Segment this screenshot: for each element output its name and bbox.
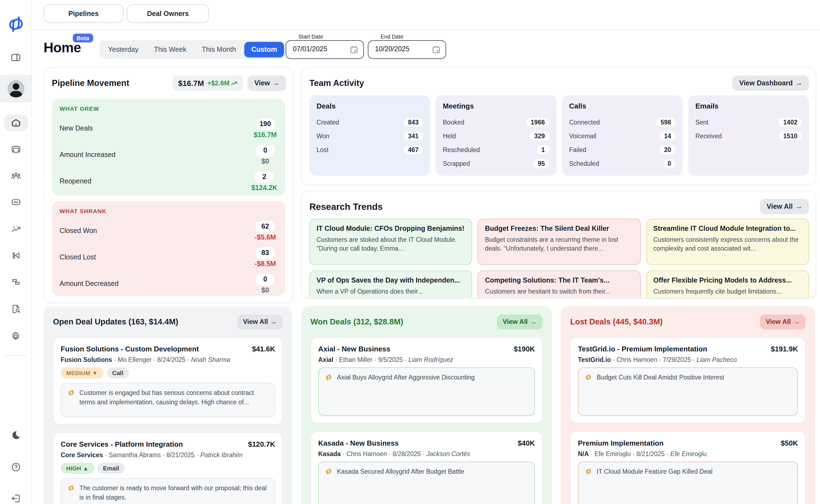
deal-card[interactable]: Core Services - Platform Integration$120… [53,432,283,504]
trend-card[interactable]: VP of Ops Saves the Day with Independen.… [309,270,472,299]
cards-icon[interactable] [0,142,31,157]
deal-owner: Liam Rodríguez [408,356,453,363]
tab-this-month[interactable]: This Month [195,42,243,57]
deal-contact: Chris Hamoen [617,356,657,363]
trend-card[interactable]: Budget Freezes: The Silent Deal KillerBu… [478,219,641,265]
pipeline-row-amount: $0 [262,157,269,165]
team-metric-value: 329 [530,131,549,140]
pipeline-row-label: Amount Increased [60,151,115,159]
logout-icon[interactable] [0,491,31,504]
deal-note: Axial Buys Alloygrid After Aggressive Di… [318,367,535,416]
deal-card-top: Axial - New Business$190K [318,345,535,353]
start-date-field[interactable]: Start Date 07/01/2025 [286,40,364,59]
team-metric-label: Connected [569,119,600,125]
research-view-all-button[interactable]: View All→ [760,199,809,214]
deal-column-view-all-button[interactable]: View All→ [237,314,283,329]
deal-column-view-all-button[interactable]: View All→ [760,314,806,329]
blocks-icon[interactable] [0,275,31,290]
deal-note-text: The customer is ready to move forward wi… [79,484,269,502]
home-icon[interactable] [0,115,31,131]
pipelines-button[interactable]: Pipelines [44,4,123,23]
trend-card[interactable]: Streamline IT Cloud Module Integration t… [646,219,809,265]
deal-priority-badge[interactable]: MEDIUM ▼ [61,367,103,378]
pipeline-row: Reopened2$124.2K [60,168,277,194]
pipeline-movement-title: Pipeline Movement [52,78,129,88]
view-all-label: View All [766,318,791,326]
team-metric-value: 843 [404,118,423,126]
team-metric-label: Held [443,132,456,139]
team-metric-value: 95 [533,159,549,168]
team-metric-row: Won341 [317,129,423,143]
team-metric-value: 598 [656,118,676,126]
pipeline-row: Closed Lost83-$8.5M [60,244,277,270]
end-date-field[interactable]: End Date 10/20/2025 [368,40,446,59]
deal-owner: Efe Emiroglu [670,451,707,457]
team-group-title: Meetings [443,102,549,110]
deal-contact: Efe Emiroglu [594,451,631,457]
deal-meta: N/A · Efe Emiroglu · 8/21/2025 · Efe Emi… [578,451,798,457]
team-metric-value: 467 [404,145,423,154]
deal-card[interactable]: Axial - New Business$190KAxial · Ethan M… [311,337,543,424]
moon-icon[interactable] [0,427,31,443]
trend-card[interactable]: Offer Flexible Pricing Models to Address… [646,270,809,299]
team-metric-value: 1510 [779,131,802,140]
deal-note: The customer is ready to move forward wi… [61,478,275,504]
arrow-right-icon: → [795,203,802,210]
sparkle-trend-icon[interactable] [0,221,31,237]
help-icon[interactable] [0,459,31,475]
lost-deals-column: Lost Deals (445, $40.3M)View All→TestGri… [561,306,815,504]
tab-yesterday[interactable]: Yesterday [101,42,145,57]
what-grew-section: WHAT GREW New Deals190$16.7MAmount Incre… [52,99,285,196]
deal-card[interactable]: Kasada - New Business$40KKasada · Chris … [311,431,543,504]
pipeline-row-values: 62-$5.6M [253,221,277,241]
tab-this-week[interactable]: This Week [147,42,193,57]
skip-back-icon[interactable] [0,248,31,263]
pipeline-view-button[interactable]: View→ [248,75,286,91]
doc-search-icon[interactable] [0,301,31,317]
view-dashboard-button[interactable]: View Dashboard→ [733,75,809,91]
calendar-icon[interactable] [432,45,441,56]
pulse-icon[interactable] [0,194,31,210]
team-metric-value: 341 [404,131,423,140]
team-metric-label: Sent [695,119,708,125]
note-logo-icon [325,468,333,478]
deal-name: TestGrid.io - Premium Implementation [578,345,707,353]
what-shrank-section: WHAT SHRANK Closed Won62-$5.6MClosed Los… [52,201,285,296]
deal-type-badge: Email [98,463,125,474]
deal-note: Budget Cuts Kill Deal Amidst Positive In… [578,367,798,416]
deal-card[interactable]: TestGrid.io - Premium Implementation$191… [570,337,806,424]
deal-contact: Chris Hamoen [346,451,387,457]
arrow-right-icon: → [795,79,802,87]
team-icon[interactable] [0,168,31,183]
pipeline-row-amount: $16.7M [254,131,277,139]
sidebar-divider [4,355,27,356]
deal-card[interactable]: Premium Implementation$50KN/A · Efe Emir… [570,431,806,504]
panel-toggle-icon[interactable] [0,50,31,65]
user-avatar[interactable] [7,80,25,97]
team-activity-title: Team Activity [309,78,364,88]
note-logo-icon [325,373,333,383]
pipeline-row-values: 2$124.2K [251,171,277,191]
deal-column-view-all-button[interactable]: View All→ [497,314,543,329]
deal-card-top: TestGrid.io - Premium Implementation$191… [578,345,798,353]
app-logo[interactable] [0,13,31,35]
trend-card[interactable]: Competing Solutions: The IT Team's...Cus… [478,270,641,299]
trend-card[interactable]: IT Cloud Module: CFOs Dropping Benjamins… [309,219,472,265]
arrow-right-icon: → [273,79,280,87]
deal-card[interactable]: Fusion Solutions - Custom Development$41… [53,337,283,425]
gear-icon[interactable] [0,328,31,344]
deal-priority-badge[interactable]: HIGH ▲ [61,463,94,474]
team-metric-row: Voicemail14 [569,129,676,143]
calendar-icon[interactable] [350,45,358,56]
deal-amount: $120.7K [248,440,275,448]
pipeline-row-amount: -$8.5M [255,260,276,267]
deal-owners-button[interactable]: Deal Owners [127,4,209,23]
tab-custom[interactable]: Custom [244,42,284,57]
deal-owners-button-label: Deal Owners [147,10,188,17]
pipeline-movement-card: Pipeline Movement $16.7M +$2.6M View→ WH… [44,67,293,303]
research-trends-card: Research Trends View All→ IT Cloud Modul… [301,191,816,299]
pipeline-row-amount: $124.2K [251,184,277,191]
what-shrank-heading: WHAT SHRANK [60,208,277,214]
trend-card-title: VP of Ops Saves the Day with Independen.… [317,277,465,284]
team-metric-label: Created [317,119,339,125]
